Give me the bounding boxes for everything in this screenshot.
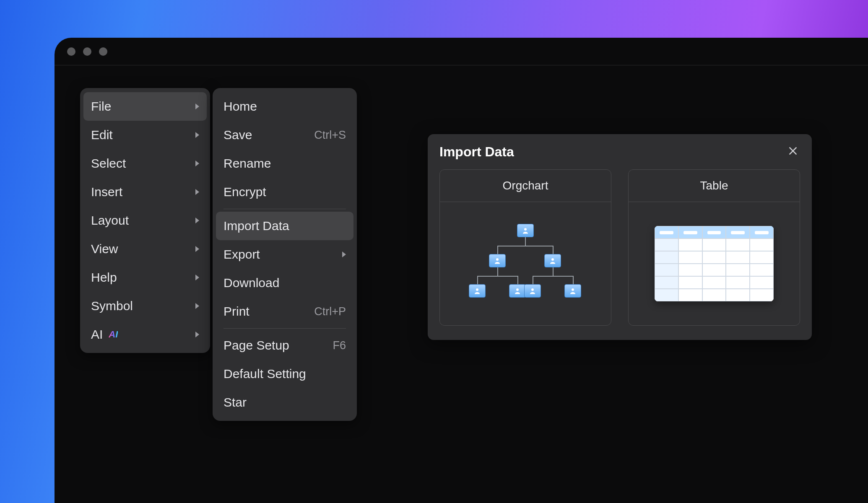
panel-title: Import Data	[439, 144, 514, 160]
person-icon	[522, 227, 529, 234]
chevron-right-icon	[195, 275, 199, 280]
menu-label: Edit	[91, 128, 113, 142]
shortcut-label: Ctrl+S	[314, 129, 346, 142]
card-title: Table	[629, 170, 800, 202]
svg-point-3	[496, 258, 499, 261]
menu-label: Import Data	[223, 219, 289, 233]
menubar-item-symbol[interactable]: Symbol	[80, 292, 210, 320]
file-menu-import-data[interactable]: Import Data	[216, 212, 353, 240]
menubar-item-ai[interactable]: AI AI	[80, 320, 210, 349]
chevron-right-icon	[195, 161, 199, 166]
table-preview	[629, 202, 800, 325]
ai-badge-icon: AI	[109, 329, 118, 340]
file-menu-rename[interactable]: Rename	[213, 149, 357, 178]
menubar-item-layout[interactable]: Layout	[80, 206, 210, 235]
menubar-item-file[interactable]: File	[83, 92, 207, 121]
person-icon	[569, 287, 577, 295]
menubar-item-select[interactable]: Select	[80, 149, 210, 178]
person-icon	[529, 287, 536, 295]
file-menu-save[interactable]: Save Ctrl+S	[213, 121, 357, 149]
menu-label: Encrypt	[223, 185, 266, 199]
file-menu-default-setting[interactable]: Default Setting	[213, 360, 357, 388]
close-icon[interactable]	[786, 143, 800, 160]
file-menu-print[interactable]: Print Ctrl+P	[213, 297, 357, 326]
window-titlebar	[55, 38, 868, 65]
orgchart-preview	[440, 202, 611, 325]
menu-divider	[223, 209, 346, 209]
import-card-table[interactable]: Table	[628, 169, 800, 326]
chevron-right-icon	[195, 104, 199, 109]
menu-label: Save	[223, 128, 252, 142]
card-title: Orgchart	[440, 170, 611, 202]
chevron-right-icon	[195, 132, 199, 138]
menu-label: Rename	[223, 156, 271, 171]
menubar: File Edit Select Insert Layout View	[80, 88, 210, 353]
person-icon	[473, 287, 481, 295]
menu-label: Page Setup	[223, 338, 289, 353]
svg-point-7	[531, 288, 534, 291]
person-icon	[514, 287, 521, 295]
menu-label: Download	[223, 276, 279, 290]
chevron-right-icon	[195, 246, 199, 252]
file-menu-star[interactable]: Star	[213, 388, 357, 417]
chevron-right-icon	[195, 189, 199, 195]
file-menu-page-setup[interactable]: Page Setup F6	[213, 331, 357, 360]
chevron-right-icon	[195, 332, 199, 337]
menu-label: Layout	[91, 213, 129, 228]
svg-point-6	[516, 288, 519, 291]
menu-label: Export	[223, 247, 260, 262]
import-cards: Orgchart	[439, 169, 800, 326]
file-menu-download[interactable]: Download	[213, 269, 357, 297]
menubar-item-view[interactable]: View	[80, 235, 210, 263]
menubar-item-edit[interactable]: Edit	[80, 121, 210, 149]
menubar-item-insert[interactable]: Insert	[80, 178, 210, 206]
chevron-right-icon	[195, 303, 199, 309]
menu-divider	[223, 328, 346, 329]
menu-label: Home	[223, 99, 257, 114]
traffic-light-minimize[interactable]	[83, 47, 91, 56]
file-menu-encrypt[interactable]: Encrypt	[213, 178, 357, 206]
file-menu-home[interactable]: Home	[213, 92, 357, 121]
menu-label: Default Setting	[223, 367, 306, 381]
import-card-orgchart[interactable]: Orgchart	[439, 169, 611, 326]
shortcut-label: F6	[333, 339, 346, 352]
menu-label: Help	[91, 270, 117, 285]
shortcut-label: Ctrl+P	[314, 305, 346, 318]
menu-label: Print	[223, 304, 249, 319]
person-icon	[549, 257, 556, 264]
menu-label: Star	[223, 395, 247, 410]
traffic-light-zoom[interactable]	[99, 47, 107, 56]
menu-label: AI	[91, 327, 103, 342]
svg-point-4	[551, 258, 554, 261]
file-submenu: Home Save Ctrl+S Rename Encrypt Import D…	[213, 88, 357, 421]
file-menu-export[interactable]: Export	[213, 240, 357, 269]
menu-label: Symbol	[91, 299, 133, 313]
menu-label: View	[91, 242, 118, 256]
import-data-panel: Import Data Orgchart	[428, 134, 812, 340]
menu-label: Select	[91, 156, 126, 171]
svg-point-2	[524, 228, 527, 231]
menu-label: Insert	[91, 185, 122, 199]
chevron-right-icon	[195, 218, 199, 223]
traffic-light-close[interactable]	[67, 47, 75, 56]
menubar-item-help[interactable]: Help	[80, 263, 210, 292]
chevron-right-icon	[342, 252, 346, 257]
menu-label: File	[91, 99, 111, 114]
person-icon	[494, 257, 501, 264]
svg-point-5	[476, 288, 478, 291]
app-window: File Edit Select Insert Layout View	[55, 38, 868, 503]
svg-point-8	[572, 288, 574, 291]
panel-header: Import Data	[439, 143, 800, 160]
menus-container: File Edit Select Insert Layout View	[80, 88, 357, 421]
